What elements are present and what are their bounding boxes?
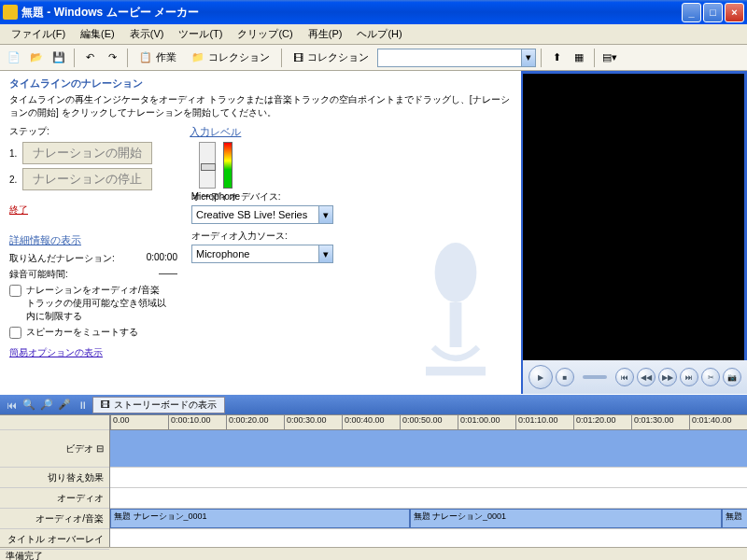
svg-rect-1 xyxy=(450,302,462,347)
forward-button[interactable]: ▶▶ xyxy=(658,368,677,386)
new-button[interactable]: 📄 xyxy=(4,48,24,68)
menu-file[interactable]: ファイル(F) xyxy=(4,24,73,44)
next-button[interactable]: ⏭ xyxy=(680,368,698,386)
level-meter-icon xyxy=(223,142,233,189)
undo-button[interactable]: ↶ xyxy=(79,48,100,68)
preview-controls: ▶ ■ ⏮ ◀◀ ▶▶ ⏭ ✂ 📷 xyxy=(523,360,747,394)
split-button[interactable]: ✂ xyxy=(701,368,720,386)
snapshot-button[interactable]: 📷 xyxy=(723,368,741,386)
input-level-label: 入力レベル xyxy=(190,125,241,139)
menu-bar: ファイル(F) 編集(E) 表示(V) ツール(T) クリップ(C) 再生(P)… xyxy=(0,24,747,45)
stop-button[interactable]: ■ xyxy=(556,368,574,386)
save-button[interactable]: 💾 xyxy=(49,48,69,68)
menu-view[interactable]: 表示(V) xyxy=(122,24,172,44)
audio-device-combo[interactable]: Creative SB Live! Series▾ xyxy=(191,205,333,224)
track-label-title: タイトル オーバーレイ xyxy=(0,529,109,550)
audio-source-combo[interactable]: Microphone▾ xyxy=(191,245,333,263)
input-level-slider[interactable] xyxy=(199,142,216,189)
timeline-toolbar: ⏮ 🔍 🔎 🎤 ⏸ 🎞 ストーリーボードの表示 xyxy=(0,394,747,414)
audio-clip[interactable]: 無題 ナレーション_0001 xyxy=(410,509,722,528)
svg-point-0 xyxy=(435,243,477,302)
mute-checkbox[interactable] xyxy=(9,327,21,339)
audio-clip[interactable]: 無題 xyxy=(722,509,747,528)
audio-device-label: オーディオ デバイス: xyxy=(191,190,333,203)
minimize-button[interactable]: _ xyxy=(682,3,701,22)
tl-zoom-in-icon[interactable]: 🔍 xyxy=(21,398,36,413)
storyboard-toggle[interactable]: 🎞 ストーリーボードの表示 xyxy=(92,397,225,413)
narration-pane: タイムラインのナレーション タイムラインの再生インジケータをオーディオ トラック… xyxy=(0,71,523,394)
title-track[interactable] xyxy=(110,529,747,547)
available-value: —— xyxy=(121,268,177,281)
audio-track[interactable] xyxy=(110,488,747,509)
simple-options-link[interactable]: 簡易オプションの表示 xyxy=(9,346,103,359)
collection-combo[interactable]: ▾ xyxy=(377,49,536,67)
mute-label: スピーカーをミュートする xyxy=(26,326,138,339)
captured-value: 0:00:00 xyxy=(121,252,177,265)
video-track[interactable] xyxy=(110,430,747,468)
up-button[interactable]: ⬆ xyxy=(546,48,567,68)
play-button[interactable]: ▶ xyxy=(529,365,553,389)
rewind-button[interactable]: ◀◀ xyxy=(637,368,655,386)
narration-header: タイムラインのナレーション xyxy=(9,77,512,91)
title-bar: 無題 - Windows ムービー メーカー _ □ × xyxy=(0,0,747,24)
collection-icon: 🎞 コレクション xyxy=(287,48,375,68)
stop-narration-button[interactable]: ナレーションの停止 xyxy=(22,168,152,190)
time-ruler[interactable]: 0.000:00:10.000:00:20.000:00:30.000:00:4… xyxy=(110,415,747,430)
done-link[interactable]: 終了 xyxy=(9,203,152,217)
track-label-video: ビデオ ⊟ xyxy=(0,430,109,468)
open-button[interactable]: 📂 xyxy=(26,48,47,68)
menu-tool[interactable]: ツール(T) xyxy=(171,24,230,44)
menu-edit[interactable]: 編集(E) xyxy=(73,24,122,44)
audio-music-track[interactable]: 無題 ナレーション_0001 無題 ナレーション_0001 無題 xyxy=(110,509,747,529)
tl-levels-icon[interactable]: ⏸ xyxy=(75,398,90,413)
prev-button[interactable]: ⏮ xyxy=(615,368,634,386)
narration-instruction: タイムラインの再生インジケータをオーディオ トラックまたは音楽トラックの空白ポイ… xyxy=(9,93,512,119)
view-button[interactable]: ▤▾ xyxy=(599,48,620,68)
redo-button[interactable]: ↷ xyxy=(102,48,122,68)
steps-label: ステップ: xyxy=(9,125,152,138)
captured-label: 取り込んだナレーション: xyxy=(9,252,121,265)
track-label-audio-music: オーディオ/音楽 xyxy=(0,509,109,529)
maximize-button[interactable]: □ xyxy=(703,3,723,22)
app-icon xyxy=(3,5,18,20)
toolbar: 📄 📂 💾 ↶ ↷ 📋 作業 📁 コレクション 🎞 コレクション ▾ ⬆ ▦ ▤… xyxy=(0,45,747,71)
tl-audio-icon[interactable]: 🎤 xyxy=(57,398,72,413)
available-label: 録音可能時間: xyxy=(9,268,121,281)
track-label-transition: 切り替え効果 xyxy=(0,468,109,488)
close-button[interactable]: × xyxy=(725,3,744,22)
audio-source-label: オーディオ入力ソース: xyxy=(191,230,333,243)
menu-help[interactable]: ヘルプ(H) xyxy=(349,24,409,44)
limit-label: ナレーションをオーディオ/音楽トラックの使用可能な空き領域以内に制限する xyxy=(26,284,166,323)
audio-clip[interactable]: 無題 ナレーション_0001 xyxy=(110,509,410,528)
transition-track[interactable] xyxy=(110,468,747,488)
timeline: ビデオ ⊟ 切り替え効果 オーディオ オーディオ/音楽 タイトル オーバーレイ … xyxy=(0,414,747,547)
limit-checkbox[interactable] xyxy=(9,285,21,297)
seek-bar[interactable] xyxy=(583,375,607,379)
start-narration-button[interactable]: ナレーションの開始 xyxy=(22,142,152,164)
tasks-button[interactable]: 📋 作業 xyxy=(133,48,183,68)
props-button[interactable]: ▦ xyxy=(569,48,589,68)
tl-zoom-out-icon[interactable]: 🔎 xyxy=(39,398,54,413)
track-label-audio: オーディオ xyxy=(0,488,109,509)
menu-clip[interactable]: クリップ(C) xyxy=(230,24,300,44)
menu-play[interactable]: 再生(P) xyxy=(301,24,350,44)
svg-rect-2 xyxy=(426,367,486,376)
tl-rewind-icon[interactable]: ⏮ xyxy=(4,398,19,413)
microphone-bg-icon xyxy=(409,235,502,385)
track-labels: ビデオ ⊟ 切り替え効果 オーディオ オーディオ/音楽 タイトル オーバーレイ xyxy=(0,415,110,547)
collections-button[interactable]: 📁 コレクション xyxy=(185,48,276,68)
status-bar: 準備完了 xyxy=(0,547,747,560)
window-title: 無題 - Windows ムービー メーカー xyxy=(21,5,680,21)
preview-monitor xyxy=(523,74,744,360)
preview-pane: ▶ ■ ⏮ ◀◀ ▶▶ ⏭ ✂ 📷 xyxy=(523,71,747,394)
